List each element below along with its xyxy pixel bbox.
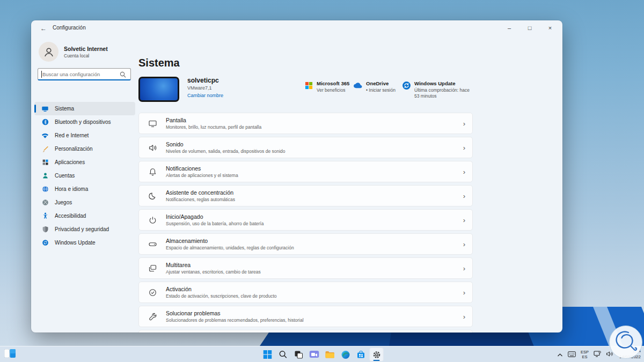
sidebar-item-label: Bluetooth y dispositivos — [55, 119, 111, 125]
file-explorer-button[interactable] — [323, 348, 337, 361]
chevron-right-icon: › — [463, 216, 465, 224]
display-icon — [41, 105, 49, 113]
sidebar-item-label: Windows Update — [55, 240, 96, 246]
settings-card-solucionar-problemas[interactable]: Solucionar problemas Solucionadores de p… — [138, 306, 473, 327]
search-icon — [279, 350, 288, 359]
device-thumbnail — [138, 77, 179, 102]
sidebar-item-accesibilidad[interactable]: Accesibilidad — [34, 209, 135, 223]
sidebar-item-bluetooth[interactable]: Bluetooth y dispositivos — [34, 115, 135, 129]
sidebar-item-label: Personalización — [55, 146, 93, 152]
account-section[interactable]: Solvetic Internet Cuenta local — [39, 42, 108, 62]
status-windows-update[interactable]: Windows Update Última comprobación: hace… — [401, 80, 474, 99]
close-button[interactable]: × — [540, 20, 560, 35]
status-onedrive[interactable]: OneDrive • Iniciar sesión — [353, 80, 396, 93]
person-icon — [41, 172, 49, 180]
accessibility-icon — [41, 212, 49, 220]
chevron-right-icon: › — [463, 289, 465, 297]
chat-button[interactable] — [308, 348, 321, 361]
titlebar[interactable]: ← Configuración – □ × — [31, 20, 562, 35]
search-icon[interactable] — [120, 71, 126, 80]
settings-card-activacion[interactable]: Activación Estado de activación, suscrip… — [138, 282, 473, 303]
sidebar-item-privacidad[interactable]: Privacidad y seguridad — [34, 223, 135, 236]
rename-device-link[interactable]: Cambiar nombre — [187, 93, 223, 98]
settings-card-notificaciones[interactable]: Notificaciones Alertas de aplicaciones y… — [138, 161, 473, 182]
chat-icon — [310, 350, 319, 359]
settings-window: ← Configuración – □ × Solvetic Internet — [31, 20, 562, 333]
wrench-icon — [148, 312, 157, 321]
settings-card-pantalla[interactable]: Pantalla Monitores, brillo, luz nocturna… — [138, 113, 473, 134]
tray-chevron-up-icon[interactable] — [557, 350, 563, 359]
back-button[interactable]: ← — [38, 23, 49, 34]
settings-card-recuperacion[interactable]: Recuperación Reiniciar, inicio avanzado,… — [138, 330, 473, 333]
sidebar-item-label: Red e Internet — [55, 132, 89, 138]
chevron-right-icon: › — [463, 120, 465, 128]
windows-logo-icon — [264, 350, 272, 359]
edge-browser-button[interactable] — [339, 348, 353, 361]
card-subtitle: Monitores, brillo, luz nocturna, perfil … — [166, 124, 261, 130]
multitask-windows-icon — [148, 263, 157, 273]
card-subtitle: Notificaciones, reglas automáticas — [166, 197, 235, 202]
sidebar-nav: Sistema Bluetooth y dispositivos Red e I… — [34, 102, 135, 249]
bluetooth-icon — [41, 119, 49, 126]
shield-icon — [41, 226, 49, 233]
widgets-button[interactable] — [4, 349, 16, 360]
sidebar-item-cuentas[interactable]: Cuentas — [34, 169, 135, 182]
taskbar: ESP ES 12:4 14/03/2022 — [0, 346, 644, 362]
moon-icon — [148, 191, 157, 201]
store-bag-icon — [357, 350, 365, 359]
chevron-right-icon: › — [463, 240, 465, 248]
checkmark-circle-icon — [148, 287, 157, 297]
settings-card-inicio-apagado[interactable]: Inicio/Apagado Suspensión, uso de la bat… — [138, 209, 473, 231]
maximize-button[interactable]: □ — [519, 20, 540, 35]
active-app-indicator — [374, 360, 380, 361]
sidebar-item-windows-update[interactable]: Windows Update — [34, 236, 135, 249]
globe-clock-icon — [41, 186, 49, 193]
status-microsoft-365[interactable]: Microsoft 365 Ver beneficios — [304, 80, 349, 93]
settings-button[interactable] — [370, 348, 384, 361]
page-title: Sistema — [138, 57, 180, 69]
card-subtitle: Alertas de aplicaciones y el sistema — [166, 173, 238, 178]
network-icon[interactable] — [594, 350, 601, 359]
settings-card-asistente-concentracion[interactable]: Asistente de concentración Notificacione… — [138, 185, 473, 206]
sidebar: Solvetic Internet Cuenta local Sistema — [31, 35, 138, 333]
microsoft-store-button[interactable] — [354, 348, 368, 361]
status-title: Microsoft 365 — [317, 80, 349, 86]
minimize-button[interactable]: – — [499, 20, 519, 35]
selection-indicator — [34, 105, 36, 113]
xbox-icon — [41, 199, 49, 206]
onedrive-cloud-icon — [353, 80, 363, 90]
touch-keyboard-icon[interactable] — [568, 350, 576, 359]
status-title: Windows Update — [414, 80, 474, 86]
status-subtitle: Última comprobación: hace 53 minutos — [414, 87, 474, 99]
card-title: Multitarea — [166, 262, 261, 268]
task-view-icon — [295, 350, 303, 359]
sidebar-item-sistema[interactable]: Sistema — [34, 102, 135, 115]
task-view-button[interactable] — [292, 348, 306, 361]
settings-card-sonido[interactable]: Sonido Niveles de volumen, salida, entra… — [138, 137, 473, 158]
device-name: solveticpc — [187, 77, 223, 84]
card-subtitle: Espacio de almacenamiento, unidades, reg… — [166, 245, 294, 250]
paintbrush-icon — [41, 145, 49, 153]
sidebar-item-hora-e-idioma[interactable]: Hora e idioma — [34, 182, 135, 196]
search-box[interactable] — [38, 68, 131, 80]
update-icon — [41, 239, 49, 247]
start-button[interactable] — [261, 348, 275, 361]
status-subtitle: • Iniciar sesión — [366, 87, 396, 93]
sidebar-item-juegos[interactable]: Juegos — [34, 196, 135, 209]
apps-grid-icon — [41, 159, 49, 166]
sidebar-item-label: Juegos — [55, 200, 72, 205]
sidebar-item-label: Sistema — [55, 106, 74, 112]
microsoft-365-icon — [304, 80, 313, 90]
search-button[interactable] — [276, 348, 290, 361]
chevron-right-icon: › — [463, 192, 465, 200]
language-indicator[interactable]: ESP ES — [581, 350, 589, 359]
sidebar-item-aplicaciones[interactable]: Aplicaciones — [34, 156, 135, 169]
windows-update-icon — [401, 80, 411, 90]
sidebar-item-personalizacion[interactable]: Personalización — [34, 142, 135, 156]
search-input[interactable] — [42, 69, 118, 79]
settings-card-almacenamiento[interactable]: Almacenamiento Espacio de almacenamiento… — [138, 233, 473, 255]
sidebar-item-red-e-internet[interactable]: Red e Internet — [34, 129, 135, 142]
settings-card-multitarea[interactable]: Multitarea Ajustar ventanas, escritorios… — [138, 257, 473, 279]
status-title: OneDrive — [366, 80, 396, 86]
chevron-right-icon: › — [463, 168, 465, 176]
